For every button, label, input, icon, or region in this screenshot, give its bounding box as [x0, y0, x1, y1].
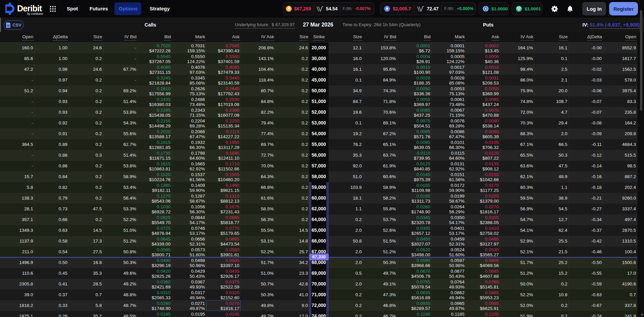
svg-text:$: $	[485, 7, 486, 10]
